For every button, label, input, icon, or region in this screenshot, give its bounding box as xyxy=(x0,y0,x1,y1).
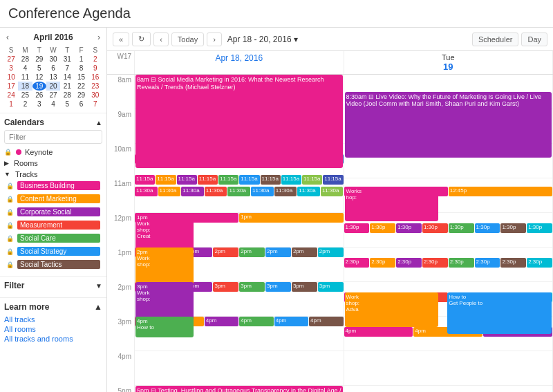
mini-cal-day[interactable]: 18 xyxy=(18,82,32,91)
small-event[interactable]: 3pm xyxy=(213,282,238,292)
day2-header[interactable]: Tue 19 xyxy=(344,51,554,74)
small-event[interactable]: 4pm xyxy=(274,317,308,326)
small-event[interactable]: 1:30p xyxy=(344,223,370,233)
track-item[interactable]: 🔒 Corporate Social xyxy=(4,206,102,218)
learn-more-link[interactable]: All rooms xyxy=(4,324,102,334)
mini-cal-day[interactable]: 1 xyxy=(4,100,18,109)
calendar-event[interactable]: 5pm ⊟ Testing, Hustling and Outrageous T… xyxy=(135,386,343,392)
day1-header[interactable]: Apr 18, 2016 xyxy=(135,51,344,74)
small-event[interactable]: 11:30a xyxy=(251,187,274,196)
small-event[interactable]: 1:30p xyxy=(396,223,422,233)
toolbar-nav-left-left[interactable]: « xyxy=(113,32,129,46)
mini-cal-day[interactable]: 9 xyxy=(88,64,102,73)
mini-cal-day[interactable]: 4 xyxy=(18,64,32,73)
mini-cal-day[interactable]: 6 xyxy=(46,64,60,73)
filter-header[interactable]: Filter ▼ xyxy=(4,281,102,290)
track-item[interactable]: 🔒 Measurement xyxy=(4,219,102,231)
small-event[interactable]: 11:30a xyxy=(297,187,320,196)
mini-cal-day[interactable]: 25 xyxy=(18,91,32,100)
small-event[interactable]: 4pm xyxy=(239,317,273,326)
mini-cal-day[interactable]: 27 xyxy=(46,91,60,100)
small-event[interactable]: 1:30p xyxy=(500,223,526,233)
mini-cal-day[interactable]: 19 xyxy=(32,82,46,91)
small-event[interactable]: 2:30p xyxy=(344,258,370,268)
mini-cal-day[interactable]: 7 xyxy=(88,100,102,109)
track-item[interactable]: 🔒 Social Care xyxy=(4,232,102,244)
day1-column[interactable]: 8am ⊟ Social Media Marketing in 2016: Wh… xyxy=(135,75,344,392)
small-event[interactable]: 4pm xyxy=(309,317,343,326)
mini-cal-prev[interactable]: ‹ xyxy=(4,32,11,43)
small-event[interactable]: 11:30a xyxy=(158,187,181,196)
track-item[interactable]: 🔒 Content Marketing xyxy=(4,193,102,205)
small-event[interactable]: 2:30p xyxy=(370,258,395,268)
workshop-event-5[interactable]: Workshop:Adva xyxy=(345,292,439,327)
small-event[interactable]: 11:15a xyxy=(135,175,155,185)
learn-more-header[interactable]: Learn more ▲ xyxy=(4,302,102,312)
mini-cal-day[interactable]: 3 xyxy=(4,64,18,73)
toolbar-refresh[interactable]: ↻ xyxy=(132,32,151,46)
small-event[interactable]: 2pm xyxy=(318,248,344,257)
day2-column[interactable]: 8:30am ⊟ Live Video: Why the Future of M… xyxy=(344,75,554,392)
hour-slot[interactable] xyxy=(344,351,553,386)
mini-cal-day[interactable]: 1 xyxy=(74,55,88,64)
calendars-header[interactable]: Calendars ▲ xyxy=(4,118,102,127)
mini-cal-day[interactable]: 15 xyxy=(74,73,88,82)
small-event[interactable]: 12:45p xyxy=(449,187,552,196)
track-item[interactable]: 🔒 Social Tactics xyxy=(4,259,102,270)
small-event[interactable]: 1pm xyxy=(239,213,343,223)
small-event[interactable]: 2:30p xyxy=(396,258,422,268)
mini-cal-day[interactable]: 16 xyxy=(88,73,102,82)
small-event[interactable]: 3pm xyxy=(239,282,265,292)
mini-cal-day[interactable]: 28 xyxy=(60,91,74,100)
mini-cal-day[interactable]: 5 xyxy=(32,64,46,73)
scheduler-view-button[interactable]: Scheduler xyxy=(472,32,519,46)
mini-cal-day[interactable]: 13 xyxy=(46,73,60,82)
small-event[interactable]: 1:30p xyxy=(370,223,395,233)
small-event[interactable]: 11:15a xyxy=(323,175,343,185)
mini-cal-day[interactable]: 2 xyxy=(18,100,32,109)
mini-cal-day[interactable]: 28 xyxy=(18,55,32,64)
mini-cal-day[interactable]: 8 xyxy=(74,64,88,73)
mini-cal-day[interactable]: 3 xyxy=(32,100,46,109)
mini-cal-day[interactable]: 27 xyxy=(4,55,18,64)
mini-cal-next[interactable]: › xyxy=(95,32,102,43)
small-event[interactable]: 1:30p xyxy=(475,223,500,233)
small-event[interactable]: 11:15a xyxy=(239,175,259,185)
toolbar-nav-left[interactable]: ‹ xyxy=(153,32,169,46)
small-event[interactable]: 1:30p xyxy=(422,223,448,233)
small-event[interactable]: 3pm xyxy=(265,282,291,292)
mini-cal-day[interactable]: 7 xyxy=(60,64,74,73)
small-event[interactable]: 4pm xyxy=(344,327,413,337)
toolbar-nav-right[interactable]: › xyxy=(207,32,222,46)
mini-cal-day[interactable]: 29 xyxy=(74,91,88,100)
small-event[interactable]: 11:15a xyxy=(156,175,176,185)
calendar-event[interactable]: 8:30am ⊟ Live Video: Why the Future of M… xyxy=(345,92,552,158)
mini-cal-day[interactable]: 4 xyxy=(46,100,60,109)
mini-cal-day[interactable]: 12 xyxy=(32,73,46,82)
small-event[interactable]: 2:30p xyxy=(422,258,448,268)
learn-more-link[interactable]: All tracks xyxy=(4,315,102,324)
small-event[interactable]: 11:30a xyxy=(321,187,344,196)
learn-more-link[interactable]: All tracks and rooms xyxy=(4,334,102,344)
small-event[interactable]: 11:15a xyxy=(218,175,238,185)
small-event[interactable]: 11:15a xyxy=(198,175,218,185)
how-to-event[interactable]: 4pmHow to xyxy=(135,317,194,337)
small-event[interactable]: 3pm xyxy=(318,282,344,292)
track-item[interactable]: 🔒 Social Strategy xyxy=(4,245,102,257)
keynote-calendar-item[interactable]: 🔒 Keynote xyxy=(4,147,102,158)
mini-cal-day[interactable]: 11 xyxy=(18,73,32,82)
mini-cal-day[interactable]: 30 xyxy=(88,91,102,100)
mini-cal-day[interactable]: 5 xyxy=(60,100,74,109)
rooms-calendar-item[interactable]: ▶ Rooms xyxy=(4,158,102,169)
workshop-event-3[interactable]: Workshop: xyxy=(345,187,439,221)
calendar-scroll-area[interactable]: 8am9am10am11am12pm1pm2pm3pm4pm5pm6pm7pm8… xyxy=(107,75,553,392)
mini-cal-day[interactable]: 20 xyxy=(46,82,60,91)
today-button[interactable]: Today xyxy=(171,32,204,46)
mini-cal-day[interactable]: 14 xyxy=(60,73,74,82)
mini-cal-day[interactable]: 22 xyxy=(74,82,88,91)
mini-cal-day[interactable]: 21 xyxy=(60,82,74,91)
small-event[interactable]: 2:30p xyxy=(449,258,474,268)
small-event[interactable]: 1:30p xyxy=(449,223,474,233)
mini-cal-day[interactable]: 23 xyxy=(88,82,102,91)
small-event[interactable]: 2pm xyxy=(213,248,238,257)
